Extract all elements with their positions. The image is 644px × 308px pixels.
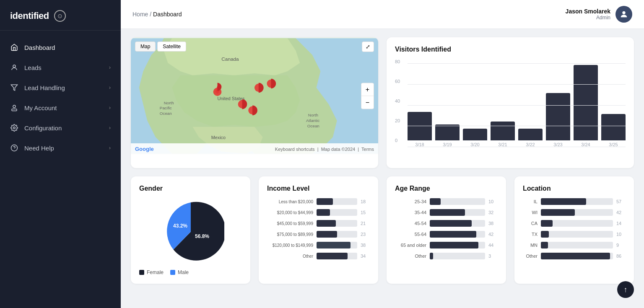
location-bar-fill (541, 231, 549, 238)
location-bar-fill (541, 242, 548, 248)
pie-legend: Female Male (139, 269, 242, 275)
svg-point-2 (13, 105, 16, 108)
age-bar-row: 55-64 42 (395, 231, 498, 238)
grid-line-40 (408, 105, 626, 106)
sidebar-item-lead-handling[interactable]: Lead Handling › (0, 78, 121, 98)
income-bar-label: $20,000 to $44,999 (267, 210, 313, 215)
gear-icon (10, 124, 18, 132)
location-bar-fill (541, 209, 575, 216)
legend-female: Female (139, 269, 164, 275)
income-bar-row: $45,000 to $59,999 21 (267, 220, 370, 227)
income-bar-row: Other 34 (267, 253, 370, 259)
scroll-to-top-button[interactable]: ↑ (617, 281, 634, 298)
gender-title: Gender (139, 185, 242, 192)
age-title: Age Range (395, 185, 498, 192)
svg-text:United States: United States (218, 96, 245, 101)
location-bar-label: WI (523, 210, 538, 215)
sidebar-item-dashboard[interactable]: Dashboard (0, 37, 121, 57)
sidebar-item-leads[interactable]: Leads › (0, 57, 121, 78)
income-bar-track (317, 220, 357, 227)
income-bar-value: 15 (361, 210, 370, 215)
map-card: Canada United States Mexico North Pacifi… (131, 37, 378, 168)
income-bar-list: Less than $20,000 18 $20,000 to $44,999 … (267, 198, 370, 259)
income-bar-fill (317, 220, 336, 227)
location-bar-label: TX (523, 232, 538, 237)
age-bar-fill (430, 253, 433, 259)
location-bar-label: CA (523, 221, 538, 226)
income-bar-track (317, 253, 357, 259)
age-bar-value: 32 (488, 210, 498, 215)
age-bar-fill (430, 220, 472, 227)
age-bar-value: 44 (488, 243, 498, 248)
svg-text:North: North (164, 101, 174, 105)
age-bar-track (430, 231, 485, 238)
map-button[interactable]: Map (135, 41, 156, 52)
main-content: Home / Dashboard Jason Smolarek Admin (121, 0, 644, 308)
income-bar-track (317, 198, 357, 205)
map-svg: Canada United States Mexico North Pacifi… (131, 37, 378, 155)
need-help-chevron: › (109, 145, 111, 151)
age-bar-value: 3 (488, 254, 498, 259)
map-expand-button[interactable]: ⤢ (362, 41, 374, 52)
grid-line-20 (408, 126, 626, 126)
income-bar-value: 18 (361, 199, 370, 204)
sidebar-item-my-account-label: My Account (24, 104, 57, 111)
income-bar-label: $75,000 to $89,999 (267, 232, 313, 237)
satellite-button[interactable]: Satellite (157, 41, 186, 52)
filter-icon (10, 83, 18, 92)
user-role: Admin (566, 15, 610, 21)
location-bar-track (541, 242, 613, 248)
visitors-chart-card: Visitors Identified 80 60 40 20 0 (387, 37, 634, 168)
age-bar-label: 65 and older (395, 243, 426, 248)
home-icon (10, 43, 18, 52)
location-bar-fill (541, 220, 553, 227)
age-bar-label: 45-54 (395, 221, 426, 226)
age-bar-row: 25-34 10 (395, 198, 498, 205)
configuration-chevron: › (109, 125, 111, 131)
location-bar-track (541, 209, 613, 216)
age-bar-value: 10 (488, 199, 498, 204)
sidebar-item-need-help[interactable]: Need Help › (0, 138, 121, 158)
google-logo: Google (135, 146, 154, 152)
sidebar-logo: identified ⊙ (0, 0, 121, 31)
breadcrumb-home[interactable]: Home (132, 11, 148, 18)
location-bar-list: IL 57 WI 42 CA 14 TX 10 MN 9 Other 86 (523, 198, 626, 259)
chart-grid-lines (408, 63, 626, 147)
location-bar-row: MN 9 (523, 242, 626, 248)
male-dot (170, 270, 175, 275)
location-bar-label: IL (523, 199, 538, 204)
age-bar-fill (430, 209, 465, 216)
age-bar-label: 55-64 (395, 232, 426, 237)
y-label-20: 20 (395, 118, 400, 123)
person-icon (10, 63, 18, 72)
zoom-out-button[interactable]: − (361, 96, 374, 109)
location-bar-value: 9 (616, 243, 626, 248)
user-name: Jason Smolarek (566, 8, 610, 15)
income-bar-value: 21 (361, 221, 370, 226)
income-bar-fill (317, 242, 351, 248)
income-bar-label: Other (267, 254, 313, 259)
age-bar-track (430, 253, 485, 259)
sidebar-item-leads-label: Leads (24, 64, 42, 71)
income-card: Income Level Less than $20,000 18 $20,00… (259, 176, 378, 284)
income-bar-value: 38 (361, 243, 370, 248)
y-label-40: 40 (395, 98, 400, 104)
age-bar-row: Other 3 (395, 253, 498, 259)
income-bar-label: $45,000 to $59,999 (267, 221, 313, 226)
income-bar-label: Less than $20,000 (267, 199, 313, 204)
age-bar-label: 35-44 (395, 210, 426, 215)
sidebar-item-configuration[interactable]: Configuration › (0, 118, 121, 138)
location-title: Location (523, 185, 626, 192)
location-bar-label: MN (523, 243, 538, 248)
chart-y-labels: 80 60 40 20 0 (395, 59, 400, 143)
sidebar-item-my-account[interactable]: My Account › (0, 98, 121, 118)
age-card: Age Range 25-34 10 35-44 32 45-54 38 55-… (387, 176, 506, 284)
zoom-in-button[interactable]: + (361, 83, 374, 96)
svg-text:Pacific: Pacific (160, 106, 172, 110)
user-icon (10, 104, 18, 112)
breadcrumb-separator: / (150, 11, 151, 18)
age-bar-track (430, 198, 485, 205)
avatar[interactable] (615, 6, 632, 23)
income-bar-fill (317, 253, 348, 259)
age-bar-row: 65 and older 44 (395, 242, 498, 248)
